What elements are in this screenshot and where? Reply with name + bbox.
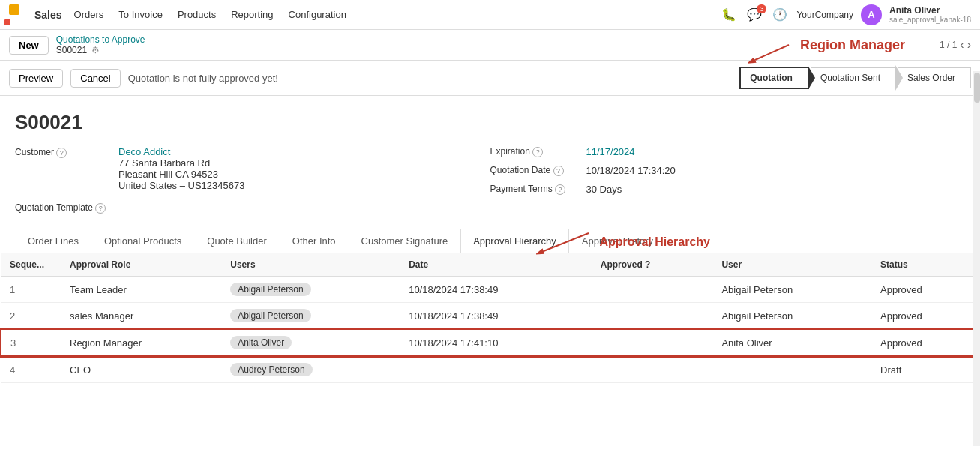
status-bar: Preview Cancel Quotation is not fully ap… [0,61,980,96]
nav-products[interactable]: Products [178,6,216,23]
user-name: Anita Oliver [889,5,971,16]
status-text: Quotation is not fully approved yet! [128,73,278,84]
col-role: Approval Role [61,253,221,277]
expiration-help-icon[interactable]: ? [532,147,543,157]
cell-user [712,356,871,383]
customer-address2: Pleasant Hill CA 94523 [118,169,244,180]
expiration-label: Expiration ? [490,146,580,157]
clock-icon[interactable]: 🕐 [771,6,789,24]
cell-seq: 1 [1,277,61,303]
tab-optional-products[interactable]: Optional Products [91,229,194,253]
svg-line-1 [755,45,789,60]
nav-configuration[interactable]: Configuration [289,6,346,23]
breadcrumb: Quotations to Approve S00021 ⚙ [56,34,145,55]
cell-users: Abigail Peterson [221,277,400,303]
pipeline-quotation[interactable]: Quotation [739,67,809,89]
cell-date: 10/18/2024 17:38:49 [400,277,592,303]
cell-date: 10/18/2024 17:38:49 [400,303,592,330]
tab-other-info[interactable]: Other Info [280,229,349,253]
cancel-button[interactable]: Cancel [70,69,120,88]
nav-orders[interactable]: Orders [74,6,104,23]
table-row[interactable]: 3 Region Manager Anita Oliver 10/18/2024… [1,329,979,356]
cell-users: Abigail Peterson [221,303,400,330]
pagination: 1 / 1 ‹ › [940,38,971,52]
pipeline-sales-order[interactable]: Sales Order [898,67,971,88]
next-button[interactable]: › [967,38,971,52]
col-seq: Seque... [1,253,61,277]
col-users: Users [221,253,400,277]
quotation-date-value: 10/18/2024 17:34:20 [586,165,676,176]
table-row[interactable]: 2 sales Manager Abigail Peterson 10/18/2… [1,303,979,330]
top-nav: Sales Orders To Invoice Products Reporti… [0,0,980,30]
chat-badge: 3 [757,4,766,13]
chat-icon[interactable]: 💬 3 [745,6,763,24]
nav-reporting[interactable]: Reporting [231,6,273,23]
avatar[interactable]: A [861,4,882,25]
gear-icon[interactable]: ⚙ [91,45,100,55]
nav-items: Orders To Invoice Products Reporting Con… [74,6,346,23]
quotation-date-label: Quotation Date ? [490,165,580,176]
cell-approved [592,329,713,356]
user-role: sale_approval_kanak-18 [889,16,971,24]
cell-approved [592,356,713,383]
approval-table: Seque... Approval Role Users Date Approv… [0,253,980,383]
customer-value: Deco Addict 77 Santa Barbara Rd Pleasant… [118,146,244,191]
scrollbar-thumb[interactable] [974,73,980,103]
cell-role: Team Leader [61,277,221,303]
expiration-value: 11/17/2024 [586,146,635,157]
record-id: S00021 [56,45,87,55]
quotation-date-row: Quotation Date ? 10/18/2024 17:34:20 [490,165,966,176]
approval-hierarchy-annotation: Approval Hierarchy [536,227,710,257]
quote-number: S00021 [15,111,965,134]
breadcrumb-link[interactable]: Quotations to Approve [56,34,145,45]
nav-to-invoice[interactable]: To Invoice [118,6,163,23]
prev-button[interactable]: ‹ [960,38,964,52]
user-info: Anita Oliver sale_approval_kanak-18 [889,5,971,24]
new-button[interactable]: New [9,36,49,55]
quotation-template-help-icon[interactable]: ? [95,203,106,214]
cell-date [400,356,592,383]
tab-order-lines[interactable]: Order Lines [15,229,91,253]
customer-row: Customer ? Deco Addict 77 Santa Barbara … [15,146,490,191]
cell-status: Approved [871,329,979,356]
payment-terms-label: Payment Terms ? [490,184,580,195]
cell-status: Draft [871,356,979,383]
payment-terms-help-icon[interactable]: ? [555,184,565,195]
preview-button[interactable]: Preview [9,69,63,88]
nav-right: 🐛 💬 3 🕐 YourCompany A Anita Oliver sale_… [720,4,971,25]
col-user: User [712,253,871,277]
cell-role: sales Manager [61,303,221,330]
app-name[interactable]: Sales [34,9,62,21]
cell-users: Audrey Peterson [221,356,400,383]
quotation-date-help-icon[interactable]: ? [553,166,564,176]
form-grid: Customer ? Deco Addict 77 Santa Barbara … [15,146,965,214]
cell-user: Abigail Peterson [712,277,871,303]
tabs-container: Order Lines Optional Products Quote Buil… [0,229,980,253]
app-logo [9,4,22,25]
cell-role: CEO [61,356,221,383]
cell-seq: 2 [1,303,61,330]
table-row[interactable]: 4 CEO Audrey Peterson Draft [1,356,979,383]
payment-terms-value: 30 Days [586,184,622,195]
form-right: Expiration ? 11/17/2024 Quotation Date ?… [490,146,966,214]
customer-label: Customer ? [15,146,112,158]
bug-icon[interactable]: 🐛 [720,6,738,24]
table-row[interactable]: 1 Team Leader Abigail Peterson 10/18/202… [1,277,979,303]
customer-address3: United States – US12345673 [118,180,244,191]
tab-customer-signature[interactable]: Customer Signature [349,229,461,253]
pipeline-quotation-sent[interactable]: Quotation Sent [811,67,896,88]
cell-date: 10/18/2024 17:41:10 [400,329,592,356]
customer-name[interactable]: Deco Addict [118,146,244,157]
form-left: Customer ? Deco Addict 77 Santa Barbara … [15,146,490,214]
customer-address1: 77 Santa Barbara Rd [118,157,244,169]
cell-approved [592,303,713,330]
company-name: YourCompany [796,10,853,20]
svg-line-3 [544,233,589,251]
quotation-template-label: Quotation Template ? [15,202,112,214]
pipeline: Quotation Quotation Sent Sales Order [739,67,971,89]
scrollbar[interactable] [973,71,980,446]
cell-user: Abigail Peterson [712,303,871,330]
expiration-row: Expiration ? 11/17/2024 [490,146,966,157]
customer-help-icon[interactable]: ? [56,148,67,158]
tab-quote-builder[interactable]: Quote Builder [194,229,280,253]
